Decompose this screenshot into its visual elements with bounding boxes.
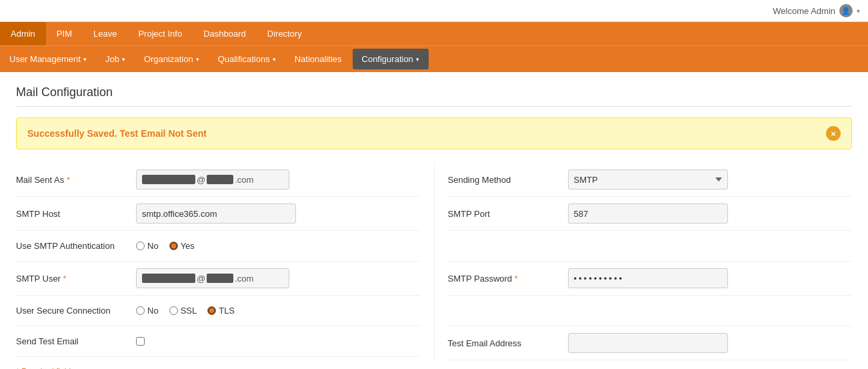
sending-method-label: Sending Method bbox=[448, 175, 568, 185]
smtp-user-input[interactable]: @ .com bbox=[136, 268, 289, 288]
top-bar: Welcome Admin 👤 ▾ bbox=[0, 0, 868, 22]
smtp-auth-no-option[interactable]: No bbox=[136, 241, 159, 251]
smtp-auth-yes-option[interactable]: Yes bbox=[169, 241, 195, 251]
nav-job[interactable]: Job ▾ bbox=[96, 46, 135, 72]
required-star: * bbox=[67, 175, 70, 185]
alert-text: Successfully Saved. Test Email Not Sent bbox=[27, 128, 207, 139]
chevron-down-icon: ▾ bbox=[196, 56, 199, 63]
smtp-port-label: SMTP Port bbox=[448, 209, 568, 219]
empty-row-1 bbox=[448, 231, 853, 262]
nav-organization[interactable]: Organization ▾ bbox=[135, 46, 209, 72]
test-email-row: Test Email Address bbox=[448, 326, 853, 360]
smtp-password-label: SMTP Password * bbox=[448, 274, 568, 284]
user-icon[interactable]: 👤 bbox=[839, 4, 853, 17]
secure-conn-ssl-radio[interactable] bbox=[169, 306, 178, 315]
chevron-down-icon: ▾ bbox=[273, 56, 276, 63]
alert-close-button[interactable]: × bbox=[826, 126, 841, 141]
alert-banner: Successfully Saved. Test Email Not Sent … bbox=[16, 117, 852, 149]
required-note: * Required field bbox=[16, 360, 852, 369]
sending-method-select[interactable]: SMTP bbox=[568, 169, 728, 190]
secure-conn-no-radio[interactable] bbox=[136, 306, 145, 315]
form-left-col: Mail Sent As * @ .com SMTP Host bbox=[16, 163, 434, 360]
required-star: * bbox=[515, 274, 518, 284]
form-right-col: Sending Method SMTP SMTP Port bbox=[434, 163, 853, 360]
smtp-auth-radio-group: No Yes bbox=[136, 241, 421, 251]
mail-sent-as-row: Mail Sent As * @ .com bbox=[16, 163, 421, 197]
nav-leave[interactable]: Leave bbox=[83, 22, 127, 45]
form-layout: Mail Sent As * @ .com SMTP Host bbox=[16, 163, 852, 360]
nav-user-management[interactable]: User Management ▾ bbox=[0, 46, 96, 72]
send-test-row: Send Test Email bbox=[16, 326, 421, 357]
chevron-down-icon: ▾ bbox=[122, 56, 125, 63]
secure-conn-no-option[interactable]: No bbox=[136, 306, 159, 316]
send-test-checkbox[interactable] bbox=[136, 337, 145, 346]
test-email-label: Test Email Address bbox=[448, 338, 568, 348]
smtp-host-row: SMTP Host bbox=[16, 197, 421, 231]
masked-email-domain bbox=[207, 175, 233, 184]
secure-conn-tls-option[interactable]: TLS bbox=[207, 306, 235, 316]
masked-email-user bbox=[142, 175, 195, 184]
masked-user-domain bbox=[207, 274, 233, 283]
page-content: Mail Configuration Successfully Saved. T… bbox=[0, 72, 868, 369]
smtp-port-row: SMTP Port bbox=[448, 197, 853, 231]
smtp-auth-label: Use SMTP Authentication bbox=[16, 241, 136, 251]
secure-conn-row: User Secure Connection No SSL bbox=[16, 296, 421, 326]
mail-sent-as-input[interactable]: @ .com bbox=[136, 169, 289, 190]
nav-admin[interactable]: Admin bbox=[0, 22, 46, 45]
nav-directory[interactable]: Directory bbox=[257, 22, 313, 45]
send-test-checkbox-option[interactable] bbox=[136, 337, 421, 346]
nav-nationalities[interactable]: Nationalities bbox=[285, 46, 351, 72]
nav-qualifications[interactable]: Qualifications ▾ bbox=[209, 46, 285, 72]
required-star: * bbox=[63, 274, 67, 284]
mail-sent-as-value: @ .com bbox=[136, 169, 421, 190]
smtp-host-input[interactable] bbox=[136, 204, 296, 224]
nav-pim[interactable]: PIM bbox=[46, 22, 83, 45]
dropdown-arrow[interactable]: ▾ bbox=[857, 7, 860, 15]
secondary-nav: User Management ▾ Job ▾ Organization ▾ Q… bbox=[0, 45, 868, 72]
masked-user-name bbox=[142, 274, 195, 283]
mail-sent-as-label: Mail Sent As * bbox=[16, 175, 136, 185]
nav-dashboard[interactable]: Dashboard bbox=[193, 22, 257, 45]
welcome-section: Welcome Admin 👤 ▾ bbox=[773, 4, 860, 17]
chevron-down-icon: ▾ bbox=[416, 56, 419, 63]
primary-nav: Admin PIM Leave Project Info Dashboard D… bbox=[0, 22, 868, 45]
secure-conn-tls-radio[interactable] bbox=[207, 306, 216, 315]
empty-row-2 bbox=[448, 296, 853, 326]
send-test-label: Send Test Email bbox=[16, 336, 136, 346]
sending-method-row: Sending Method SMTP bbox=[448, 163, 853, 197]
smtp-port-input[interactable] bbox=[568, 204, 728, 224]
smtp-user-label: SMTP User * bbox=[16, 274, 136, 284]
chevron-down-icon: ▾ bbox=[83, 56, 87, 63]
page-title: Mail Configuration bbox=[16, 85, 852, 107]
welcome-text: Welcome Admin bbox=[773, 6, 835, 16]
smtp-user-row: SMTP User * @ .com bbox=[16, 262, 421, 296]
smtp-password-row: SMTP Password * bbox=[448, 262, 853, 296]
test-email-input[interactable] bbox=[568, 333, 728, 353]
nav-project-info[interactable]: Project Info bbox=[127, 22, 193, 45]
nav-configuration[interactable]: Configuration ▾ bbox=[353, 49, 429, 69]
secure-conn-ssl-option[interactable]: SSL bbox=[169, 306, 197, 316]
smtp-auth-row: Use SMTP Authentication No Yes bbox=[16, 231, 421, 262]
smtp-host-label: SMTP Host bbox=[16, 209, 136, 219]
smtp-auth-no-radio[interactable] bbox=[136, 242, 145, 250]
secure-conn-label: User Secure Connection bbox=[16, 306, 136, 316]
smtp-auth-yes-radio[interactable] bbox=[169, 242, 178, 250]
secure-conn-radio-group: No SSL TLS bbox=[136, 306, 421, 316]
smtp-password-input[interactable] bbox=[568, 268, 728, 288]
